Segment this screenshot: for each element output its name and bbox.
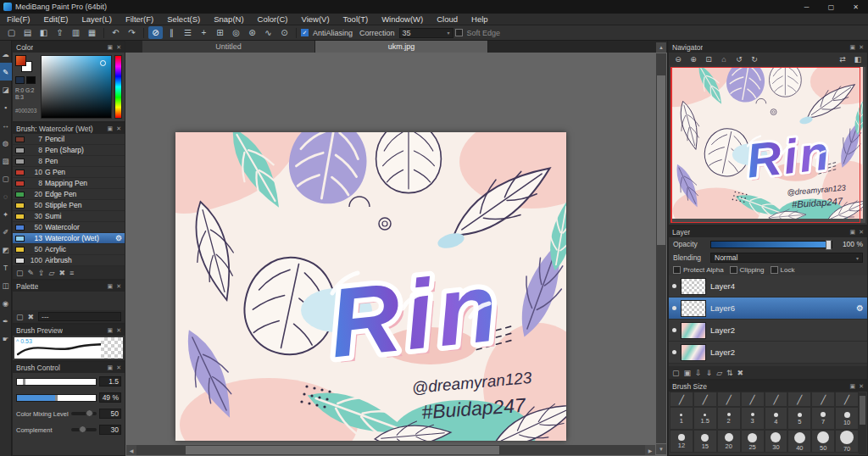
brush-size-cell[interactable]: 15 <box>693 430 717 453</box>
menu-item[interactable]: Select(S) <box>160 14 207 24</box>
snap-cross-icon[interactable]: + <box>197 26 211 39</box>
brush-list-item[interactable]: 100 Airbrush ⚙ <box>13 255 125 266</box>
transfer-layer-icon[interactable]: ⇩ <box>695 369 702 377</box>
add-brush-icon[interactable]: ▢ <box>16 269 24 277</box>
brush-size-scroll-thumb[interactable] <box>860 396 865 425</box>
brush-list-item[interactable]: 7 Pencil ⚙ <box>13 134 125 145</box>
layer-panel-header[interactable]: Layer ▣ ✕ <box>669 226 867 237</box>
brush-menu-icon[interactable]: ≡ <box>70 269 74 277</box>
undo-icon[interactable]: ↶ <box>108 26 123 39</box>
brush-size-cell[interactable]: 2 <box>717 407 741 430</box>
zoom-out-icon[interactable]: ⊖ <box>671 53 685 64</box>
hue-slider[interactable] <box>114 55 122 119</box>
snap-grid-icon[interactable]: ⊞ <box>213 26 227 39</box>
palette-panel-header[interactable]: Palette ▣ ✕ <box>13 281 125 292</box>
brush-size-cell[interactable]: 30 <box>765 430 788 453</box>
grid-toggle-icon[interactable]: ▦ <box>85 26 99 39</box>
brush-control-header[interactable]: Brush Control ▣ ✕ <box>13 362 125 373</box>
brush-panel-header[interactable]: Brush: Watercolor (Wet) ▣ ✕ <box>13 123 125 134</box>
brush-size-scrollbar[interactable] <box>859 392 866 454</box>
drawing-canvas[interactable]: Rin Rin Rin @dreamyran123 #Buidap247 <box>175 132 566 441</box>
brush-list-item[interactable]: 10 G Pen ⚙ <box>13 167 125 178</box>
delete-layer-icon[interactable]: ✖ <box>737 369 744 377</box>
palette-swatch-area[interactable] <box>13 292 125 310</box>
panel-close-icon[interactable]: ✕ <box>116 364 121 371</box>
panel-close-icon[interactable]: ✕ <box>859 383 864 390</box>
lock-checkbox[interactable] <box>771 266 778 274</box>
brush-tip-icon[interactable]: ╱ <box>765 392 788 407</box>
snap-ellipse-icon[interactable]: ◎ <box>229 26 243 39</box>
maximize-button[interactable]: ▢ <box>819 0 843 14</box>
select-pen-tool[interactable]: ✐ <box>0 223 12 241</box>
menu-item[interactable]: Snap(N) <box>207 14 250 24</box>
correction-dropdown-icon[interactable]: ▾ <box>448 30 450 36</box>
menu-item[interactable]: Cloud <box>430 14 465 24</box>
layer-visibility-dot[interactable] <box>672 328 676 332</box>
menu-item[interactable]: Help <box>465 14 495 24</box>
layer-visibility-dot[interactable] <box>672 350 676 354</box>
complement-slider[interactable] <box>71 428 97 431</box>
open-file-icon[interactable]: ▤ <box>20 26 35 39</box>
canvas-tab[interactable]: Untitled <box>142 41 315 53</box>
brush-size-cell[interactable]: 70 <box>835 430 859 453</box>
foreground-color-swatch[interactable] <box>15 55 26 66</box>
panel-float-icon[interactable]: ▣ <box>850 229 856 236</box>
blending-dropdown-icon[interactable]: ▾ <box>856 255 859 261</box>
scroll-up-arrow[interactable]: ▲ <box>656 42 666 53</box>
brush-size-cell[interactable]: 1.5 <box>693 407 717 430</box>
layer-visibility-dot[interactable] <box>672 306 676 310</box>
brush-opacity-slider[interactable] <box>16 394 97 402</box>
hand-tool[interactable]: ☛ <box>0 330 12 348</box>
brush-tip-icon[interactable]: ╱ <box>811 392 835 407</box>
layer-row[interactable]: Layer4 ⚙ <box>669 275 867 298</box>
rotate-left-icon[interactable]: ↺ <box>732 53 746 64</box>
complement-value[interactable]: 30 <box>99 425 121 435</box>
brush-list-item[interactable]: 8 Pen ⚙ <box>13 156 125 167</box>
reset-view-icon[interactable]: ◧ <box>851 53 865 64</box>
add-palette-icon[interactable]: ▢ <box>16 313 24 321</box>
layer-thumbnail[interactable] <box>681 300 706 317</box>
brush-opacity-value[interactable]: 49 % <box>99 392 121 403</box>
panel-close-icon[interactable]: ✕ <box>116 327 121 334</box>
blending-select[interactable]: Normal ▾ <box>710 253 863 263</box>
dot-tool[interactable]: ▪ <box>0 98 12 116</box>
panel-close-icon[interactable]: ✕ <box>859 229 864 236</box>
brush-min-size-value[interactable]: 1.5 <box>99 376 121 386</box>
slider-knob[interactable] <box>86 409 93 417</box>
brush-size-header[interactable]: Brush Size ▣ ✕ <box>669 381 867 392</box>
brush-size-cell[interactable]: 3 <box>741 407 765 430</box>
add-layer-icon[interactable]: ▢ <box>672 369 680 377</box>
menu-item[interactable]: File(F) <box>0 14 36 24</box>
opacity-knob[interactable] <box>826 240 832 250</box>
menu-item[interactable]: Filter(F) <box>119 14 160 24</box>
brush-list-item[interactable]: 13 Watercolor (Wet) ⚙ <box>13 233 125 244</box>
brush-size-cell[interactable]: 50 <box>811 430 835 453</box>
layer-thumbnail[interactable] <box>681 322 706 339</box>
panel-float-icon[interactable]: ▣ <box>108 327 114 334</box>
eyedropper-tool[interactable]: ◉ <box>0 294 12 312</box>
panel-float-icon[interactable]: ▣ <box>850 44 856 51</box>
brush-tip-icon[interactable]: ╱ <box>835 392 859 407</box>
menu-item[interactable]: Edit(E) <box>36 14 75 24</box>
clipping-checkbox[interactable] <box>730 266 737 274</box>
new-canvas-icon[interactable]: ▢ <box>4 26 19 39</box>
flip-canvas-icon[interactable]: ⇄ <box>836 53 849 64</box>
brush-list-item[interactable]: 20 Edge Pen ⚙ <box>13 189 125 200</box>
brush-tip-icon[interactable]: ╱ <box>741 392 765 407</box>
vertical-scroll-thumb[interactable] <box>657 75 665 245</box>
snap-settings-icon[interactable]: ⊙ <box>277 26 292 39</box>
select-tool[interactable]: ▢ <box>0 170 12 187</box>
canvas-settings-icon[interactable]: ▥ <box>69 26 83 39</box>
divide-tool[interactable]: ◫ <box>0 276 12 294</box>
cloud-tool[interactable]: ☁ <box>0 45 12 63</box>
navigator-thumbnail[interactable] <box>670 67 865 223</box>
opacity-slider[interactable] <box>710 241 832 248</box>
brush-size-cell[interactable]: 1 <box>670 407 693 430</box>
panel-close-icon[interactable]: ✕ <box>859 44 864 51</box>
slider-knob[interactable] <box>55 395 58 401</box>
menu-item[interactable]: Window(W) <box>375 14 430 24</box>
color-history-swatch[interactable] <box>26 76 36 84</box>
layer-row[interactable]: Layer6 ⚙ <box>669 298 867 320</box>
slider-knob[interactable] <box>23 379 25 385</box>
move-tool[interactable]: ↔ <box>0 116 12 134</box>
